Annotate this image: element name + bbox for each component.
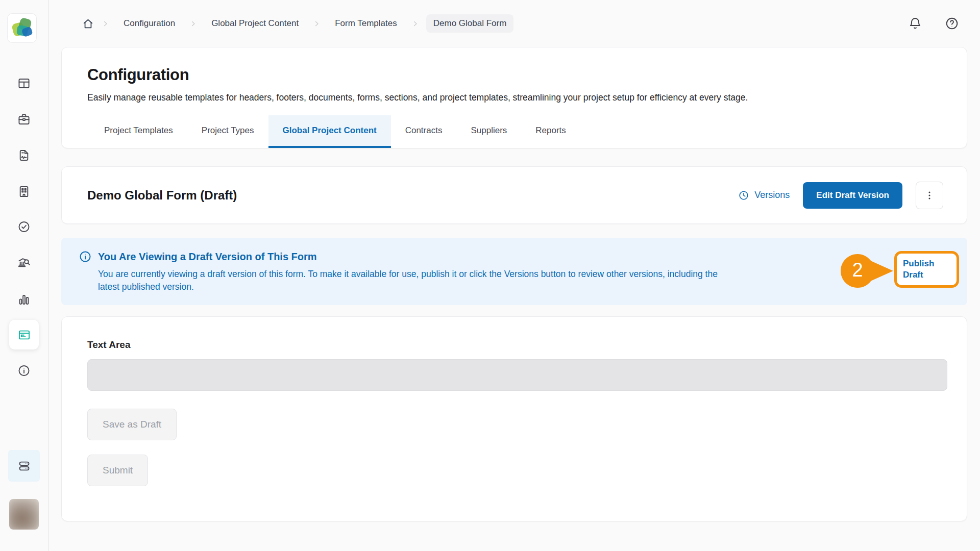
form-template-icon: [17, 328, 31, 342]
home-icon: [82, 17, 94, 30]
bar-chart-icon: [17, 293, 31, 307]
chevron-right-icon: [102, 20, 109, 28]
app-logo[interactable]: [7, 13, 37, 43]
banner-header: You Are Viewing a Draft Version of This …: [79, 250, 967, 263]
sidebar-item-documents[interactable]: [17, 148, 31, 162]
banner-body: You are currently viewing a draft versio…: [98, 268, 967, 293]
institution-search-icon: [17, 256, 31, 269]
form-body-card: Text Area Save as Draft Submit: [61, 316, 967, 521]
topbar-actions: [908, 16, 967, 31]
brand-leaf-logo-icon: [10, 16, 34, 40]
help-button[interactable]: [945, 16, 959, 31]
briefcase-icon: [17, 112, 31, 126]
sidebar-item-organizations[interactable]: [17, 185, 31, 198]
tab-reports[interactable]: Reports: [521, 115, 580, 148]
form-header-card: Demo Global Form (Draft) Versions Edit D…: [61, 166, 967, 224]
tab-global-project-content[interactable]: Global Project Content: [268, 115, 391, 148]
kebab-menu-icon: [924, 190, 935, 201]
form-title: Demo Global Form (Draft): [87, 188, 237, 203]
page-title: Configuration: [87, 66, 941, 84]
breadcrumb-configuration[interactable]: Configuration: [116, 14, 182, 33]
document-signature-icon: [17, 148, 31, 162]
topbar: Configuration Global Project Content For…: [61, 0, 967, 47]
save-as-draft-button[interactable]: Save as Draft: [87, 409, 177, 440]
building-icon: [17, 185, 31, 198]
breadcrumb-demo-global-form: Demo Global Form: [426, 14, 514, 33]
dashboard-layout-icon: [17, 77, 31, 90]
tab-project-types[interactable]: Project Types: [187, 115, 268, 148]
textarea-field-label: Text Area: [87, 339, 947, 350]
sidebar-item-dashboard[interactable]: [17, 77, 31, 90]
banner-text-line1: You are currently viewing a draft versio…: [98, 268, 853, 281]
banner-title: You Are Viewing a Draft Version of This …: [98, 251, 317, 263]
servers-icon: [17, 459, 31, 473]
breadcrumb: Configuration Global Project Content For…: [82, 14, 513, 33]
annotation-step-number: 2: [840, 259, 875, 281]
chevron-right-icon: [189, 20, 197, 28]
breadcrumb-form-templates[interactable]: Form Templates: [328, 14, 404, 33]
check-circle-icon: [17, 220, 31, 234]
sidebar-item-environments[interactable]: [8, 450, 40, 482]
help-icon: [945, 16, 959, 31]
tab-contracts[interactable]: Contracts: [391, 115, 457, 148]
bell-icon: [908, 16, 922, 31]
notifications-button[interactable]: [908, 16, 922, 31]
breadcrumb-global-project-content[interactable]: Global Project Content: [204, 14, 306, 33]
page-description: Easily manage reusable templates for hea…: [87, 92, 941, 103]
sidebar: [0, 0, 48, 551]
avatar-image: [9, 499, 39, 530]
chevron-right-icon: [313, 20, 321, 28]
versions-button[interactable]: Versions: [738, 190, 790, 201]
draft-info-banner: You Are Viewing a Draft Version of This …: [61, 238, 967, 305]
info-icon: [79, 250, 92, 263]
publish-draft-button[interactable]: Publish Draft: [894, 251, 959, 288]
tab-project-templates[interactable]: Project Templates: [90, 115, 187, 148]
sidebar-item-reports[interactable]: [17, 293, 31, 307]
form-header-actions: Versions Edit Draft Version: [738, 182, 943, 209]
submit-button[interactable]: Submit: [87, 455, 148, 486]
edit-draft-version-button[interactable]: Edit Draft Version: [803, 182, 902, 209]
tab-bar: Project Templates Project Types Global P…: [90, 115, 941, 148]
breadcrumb-home[interactable]: [82, 17, 94, 30]
sidebar-item-projects[interactable]: [17, 112, 31, 126]
chevron-right-icon: [411, 20, 419, 28]
text-area-input[interactable]: [87, 359, 947, 391]
main-content: Configuration Global Project Content For…: [48, 0, 980, 521]
user-avatar[interactable]: [9, 499, 39, 530]
more-actions-button[interactable]: [916, 182, 943, 209]
annotation-step-balloon: 2: [840, 254, 894, 288]
sidebar-item-form-templates-active[interactable]: [9, 320, 39, 349]
configuration-card: Configuration Easily manage reusable tem…: [61, 47, 967, 148]
sidebar-item-approvals[interactable]: [17, 220, 31, 234]
banner-text-line2: latest published version.: [98, 281, 967, 293]
sidebar-item-info[interactable]: [17, 364, 31, 378]
tab-suppliers[interactable]: Suppliers: [456, 115, 521, 148]
info-circle-icon: [17, 364, 31, 378]
sidebar-item-audit[interactable]: [17, 256, 31, 269]
versions-label: Versions: [754, 190, 790, 201]
clock-icon: [738, 190, 749, 201]
